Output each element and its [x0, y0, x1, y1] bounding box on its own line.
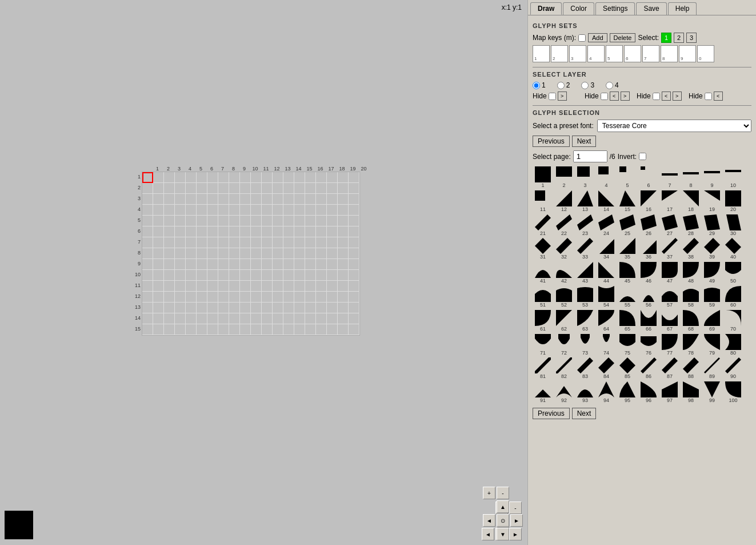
grid-cell-3-2[interactable]	[153, 194, 164, 205]
grid-cell-5-19[interactable]	[338, 216, 349, 226]
glyph-item-53[interactable]: 53	[575, 285, 595, 309]
grid-cell-13-2[interactable]	[153, 303, 164, 313]
grid-cell-1-8[interactable]	[218, 172, 229, 183]
glyph-item-42[interactable]: 42	[554, 261, 574, 285]
grid-cell-14-9[interactable]	[229, 313, 240, 324]
glyph-item-9[interactable]: 9	[702, 166, 722, 189]
grid-cell-5-5[interactable]	[186, 216, 197, 226]
grid-cell-8-16[interactable]	[305, 248, 316, 259]
grid-cell-11-3[interactable]	[164, 281, 175, 292]
grid-cell-5-3[interactable]	[164, 216, 175, 226]
grid-cell-7-15[interactable]	[294, 237, 305, 248]
grid-cell-6-6[interactable]	[197, 226, 207, 237]
glyph-item-91[interactable]: 91	[533, 381, 553, 404]
grid-cell-14-16[interactable]	[305, 313, 316, 324]
grid-cell-12-14[interactable]	[283, 292, 294, 303]
layer3-right-btn[interactable]: >	[673, 92, 682, 101]
grid-cell-4-11[interactable]	[251, 205, 262, 216]
grid-cell-2-14[interactable]	[283, 183, 294, 194]
grid-cell-10-15[interactable]	[294, 270, 305, 281]
grid-cell-4-5[interactable]	[186, 205, 197, 216]
grid-cell-1-14[interactable]	[283, 172, 294, 183]
grid-cell-2-15[interactable]	[294, 183, 305, 194]
grid-cell-6-15[interactable]	[294, 226, 305, 237]
grid-cell-8-18[interactable]	[327, 248, 338, 259]
grid-cell-2-17[interactable]	[316, 183, 327, 194]
grid-cell-6-4[interactable]	[175, 226, 186, 237]
grid-cell-9-12[interactable]	[262, 259, 273, 270]
grid-cell-10-13[interactable]	[273, 270, 283, 281]
grid-cell-15-4[interactable]	[175, 324, 186, 335]
grid-cell-1-1[interactable]	[142, 172, 153, 183]
glyph-item-24[interactable]: 24	[596, 214, 617, 237]
hide-3-checkbox[interactable]	[653, 93, 660, 100]
grid-cell-11-11[interactable]	[251, 281, 262, 292]
grid-cell-12-17[interactable]	[316, 292, 327, 303]
glyph-item-54[interactable]: 54	[596, 285, 617, 309]
grid-cell-6-13[interactable]	[273, 226, 283, 237]
grid-cell-5-8[interactable]	[218, 216, 229, 226]
glyph-item-51[interactable]: 51	[533, 285, 553, 309]
grid-cell-2-19[interactable]	[338, 183, 349, 194]
grid-cell-8-11[interactable]	[251, 248, 262, 259]
glyph-item-31[interactable]: 31	[533, 237, 553, 261]
glyph-slot-7[interactable]: 7	[642, 45, 659, 62]
grid-cell-3-15[interactable]	[294, 194, 305, 205]
glyph-item-13[interactable]: 13	[575, 190, 595, 213]
grid-cell-9-15[interactable]	[294, 259, 305, 270]
grid-cell-12-1[interactable]	[142, 292, 153, 303]
grid-cell-7-7[interactable]	[207, 237, 218, 248]
grid-cell-7-19[interactable]	[338, 237, 349, 248]
grid-cell-6-5[interactable]	[186, 226, 197, 237]
grid-cell-14-3[interactable]	[164, 313, 175, 324]
grid-cell-5-1[interactable]	[142, 216, 153, 226]
glyph-item-23[interactable]: 23	[575, 214, 595, 237]
grid-cell-13-19[interactable]	[338, 303, 349, 313]
grid-cell-1-5[interactable]	[186, 172, 197, 183]
grid-cell-12-6[interactable]	[197, 292, 207, 303]
grid-cell-10-19[interactable]	[338, 270, 349, 281]
previous-button-top[interactable]: Previous	[533, 136, 570, 147]
grid-cell-15-17[interactable]	[316, 324, 327, 335]
grid-cell-8-8[interactable]	[218, 248, 229, 259]
grid-cell-4-9[interactable]	[229, 205, 240, 216]
grid-cell-4-10[interactable]	[240, 205, 251, 216]
grid-cell-10-20[interactable]	[349, 270, 359, 281]
grid-cell-10-17[interactable]	[316, 270, 327, 281]
grid-cell-3-11[interactable]	[251, 194, 262, 205]
grid-cell-1-16[interactable]	[305, 172, 316, 183]
grid-cell-11-17[interactable]	[316, 281, 327, 292]
grid-cell-13-3[interactable]	[164, 303, 175, 313]
grid-cell-3-4[interactable]	[175, 194, 186, 205]
grid-cell-10-12[interactable]	[262, 270, 273, 281]
glyph-item-45[interactable]: 45	[617, 261, 638, 285]
grid-cell-4-14[interactable]	[283, 205, 294, 216]
glyph-item-79[interactable]: 79	[702, 333, 722, 357]
grid-cell-14-8[interactable]	[218, 313, 229, 324]
grid-cell-6-17[interactable]	[316, 226, 327, 237]
grid-cell-15-6[interactable]	[197, 324, 207, 335]
grid-cell-14-12[interactable]	[262, 313, 273, 324]
zoom-out-btn[interactable]: -	[497, 487, 509, 499]
grid-cell-10-3[interactable]	[164, 270, 175, 281]
glyph-item-61[interactable]: 61	[533, 309, 553, 333]
glyph-item-38[interactable]: 38	[681, 237, 701, 261]
grid-cell-12-15[interactable]	[294, 292, 305, 303]
grid-cell-14-15[interactable]	[294, 313, 305, 324]
glyph-item-90[interactable]: 90	[723, 357, 743, 380]
glyph-slot-1[interactable]: 1	[533, 45, 550, 62]
layer-3-radio[interactable]	[581, 82, 589, 89]
glyph-item-22[interactable]: 22	[554, 214, 574, 237]
grid-cell-11-12[interactable]	[262, 281, 273, 292]
grid-cell-10-6[interactable]	[197, 270, 207, 281]
grid-cell-7-5[interactable]	[186, 237, 197, 248]
grid-cell-13-6[interactable]	[197, 303, 207, 313]
font-select[interactable]: Tesserae Core	[597, 120, 751, 132]
grid-cell-3-20[interactable]	[349, 194, 359, 205]
grid-cell-10-10[interactable]	[240, 270, 251, 281]
grid-cell-15-5[interactable]	[186, 324, 197, 335]
grid-cell-3-17[interactable]	[316, 194, 327, 205]
tab-draw[interactable]: Draw	[530, 2, 562, 15]
grid-cell-11-19[interactable]	[338, 281, 349, 292]
grid-cell-12-8[interactable]	[218, 292, 229, 303]
